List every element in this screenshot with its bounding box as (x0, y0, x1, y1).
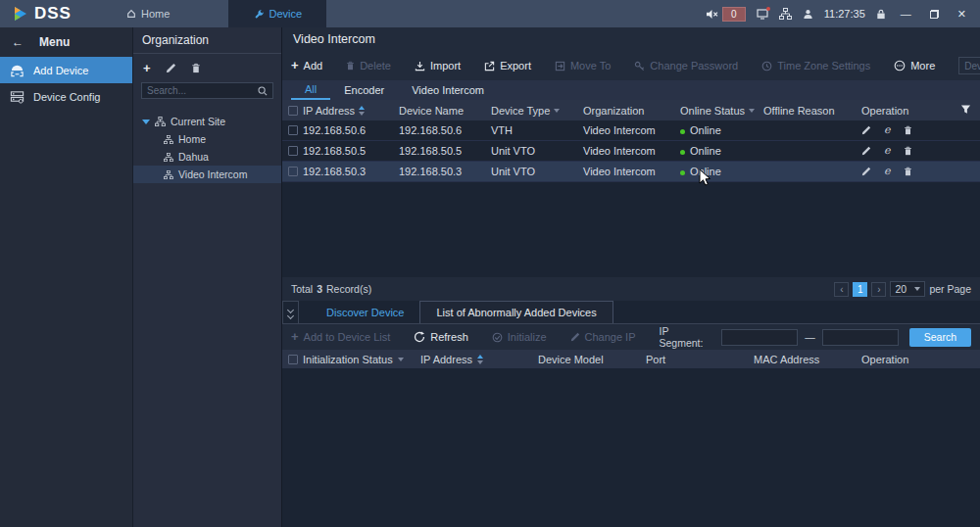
edit-icon[interactable] (861, 167, 871, 176)
table-row[interactable]: 192.168.50.5 192.168.50.5 Unit VTO Video… (282, 141, 980, 162)
ip-segment-end-input[interactable] (822, 329, 899, 346)
select-all-checkbox[interactable] (288, 106, 298, 116)
page-size-select[interactable]: 20 (890, 281, 925, 297)
back-icon[interactable]: ← (12, 35, 24, 49)
records-label: Record(s) (326, 283, 371, 295)
change-ip-button[interactable]: Change IP (570, 331, 636, 343)
col-device-type[interactable]: Device Type (491, 105, 583, 117)
delete-icon[interactable] (904, 146, 912, 156)
col-label: Port (646, 354, 665, 365)
row-checkbox[interactable] (288, 146, 298, 156)
clock-icon (761, 61, 772, 72)
table-row[interactable]: 192.168.50.3 192.168.50.3 Unit VTO Video… (282, 162, 980, 182)
col-mac-address[interactable]: MAC Address (754, 354, 861, 365)
export-button[interactable]: Export (484, 60, 531, 72)
sort-icon[interactable] (477, 355, 483, 364)
plus-icon: + (291, 332, 299, 342)
initialize-button[interactable]: Initialize (492, 331, 547, 343)
org-search-input[interactable] (147, 85, 258, 96)
next-page-button[interactable]: › (871, 282, 886, 297)
delete-button[interactable]: Delete (346, 60, 391, 72)
filter-funnel-icon[interactable] (960, 104, 971, 115)
col-ip-address[interactable]: IP Address (303, 105, 399, 117)
add-org-icon[interactable]: + (143, 64, 151, 73)
sort-icon[interactable] (359, 106, 365, 116)
tab-all[interactable]: All (291, 80, 330, 100)
tree-node-dahua[interactable]: Dahua (133, 148, 281, 166)
sidebar-item-device-config[interactable]: Device Config (0, 83, 132, 110)
col-label: Device Name (399, 105, 464, 117)
tab-device[interactable]: Device (228, 0, 326, 27)
refresh-button[interactable]: Refresh (414, 331, 468, 343)
col-label: MAC Address (754, 354, 819, 365)
web-config-icon[interactable]: e (884, 167, 891, 176)
tab-discover-device[interactable]: Discover Device (311, 301, 419, 323)
current-page-button[interactable]: 1 (853, 282, 867, 297)
add-to-device-list-button[interactable]: + Add to Device List (291, 331, 390, 343)
filter-caret-icon[interactable] (398, 358, 404, 361)
cell-status: Online (680, 124, 763, 136)
col-organization[interactable]: Organization (583, 105, 680, 117)
close-button[interactable]: ✕ (954, 8, 970, 21)
col-operation[interactable]: Operation (861, 354, 980, 365)
event-monitor-icon[interactable] (757, 9, 768, 20)
more-button[interactable]: More (894, 60, 935, 72)
edit-icon[interactable] (861, 125, 871, 135)
per-page-label: per Page (929, 283, 971, 295)
tree-node-current-site[interactable]: Current Site (133, 113, 281, 130)
menu-label: Menu (39, 35, 70, 49)
table-row[interactable]: 192.168.50.6 192.168.50.6 VTH Video Inte… (282, 120, 980, 141)
delete-org-icon[interactable] (191, 63, 201, 73)
filter-caret-icon[interactable] (554, 109, 560, 113)
tab-abnormal-devices[interactable]: List of Abnormally Added Devices (419, 301, 612, 323)
device-search-input[interactable] (964, 61, 980, 72)
search-icon[interactable] (258, 86, 268, 96)
edit-org-icon[interactable] (166, 63, 176, 73)
user-icon[interactable] (803, 9, 813, 20)
tree-node-video-intercom[interactable]: Video Intercom (133, 166, 281, 183)
ip-segment-start-input[interactable] (721, 329, 798, 346)
col-online-status[interactable]: Online Status (680, 105, 763, 117)
col-label: Initialization Status (303, 354, 393, 365)
delete-icon[interactable] (904, 125, 912, 135)
col-offline-reason[interactable]: Offline Reason (763, 105, 861, 117)
row-checkbox[interactable] (288, 125, 298, 135)
col-port[interactable]: Port (646, 354, 754, 365)
select-all-checkbox[interactable] (288, 355, 298, 364)
col-device-model[interactable]: Device Model (538, 354, 646, 365)
ip-search-button[interactable]: Search (909, 328, 971, 347)
col-ip-address[interactable]: IP Address (420, 354, 538, 365)
row-checkbox[interactable] (288, 167, 298, 176)
change-password-label: Change Password (650, 60, 738, 72)
web-config-icon[interactable]: e (884, 146, 891, 156)
web-config-icon[interactable]: e (884, 125, 891, 135)
sidebar-item-label: Device Config (33, 91, 100, 103)
col-initialization-status[interactable]: Initialization Status (303, 354, 420, 365)
minimize-button[interactable]: — (897, 8, 915, 20)
time-zone-button[interactable]: Time Zone Settings (761, 60, 870, 72)
delete-icon[interactable] (904, 167, 912, 176)
collapse-panel-button[interactable] (282, 301, 299, 323)
sitemap-icon[interactable] (779, 8, 792, 20)
add-button[interactable]: + Add (291, 60, 322, 72)
tab-video-intercom[interactable]: Video Intercom (398, 80, 498, 100)
lock-icon[interactable] (876, 9, 886, 20)
discover-tabs: Discover Device List of Abnormally Added… (282, 301, 980, 324)
tab-encoder[interactable]: Encoder (330, 80, 398, 100)
edit-icon[interactable] (861, 146, 871, 156)
expand-caret-icon[interactable] (142, 120, 150, 124)
org-tree: Current Site Home Dahua Video Intercom (133, 113, 281, 183)
import-icon (415, 61, 425, 72)
change-password-button[interactable]: Change Password (634, 60, 738, 72)
filter-caret-icon[interactable] (749, 109, 755, 113)
mute-indicator[interactable]: 0 (706, 7, 746, 22)
col-device-name[interactable]: Device Name (399, 105, 491, 117)
prev-page-button[interactable]: ‹ (834, 282, 849, 297)
sidebar-item-add-device[interactable]: Add Device (0, 57, 132, 83)
tab-home[interactable]: Home (113, 0, 183, 27)
cell-org: Video Intercom (583, 124, 680, 136)
move-to-button[interactable]: Move To (555, 60, 611, 72)
tree-node-home[interactable]: Home (133, 130, 281, 148)
import-button[interactable]: Import (415, 60, 461, 72)
restore-button[interactable] (926, 10, 943, 19)
